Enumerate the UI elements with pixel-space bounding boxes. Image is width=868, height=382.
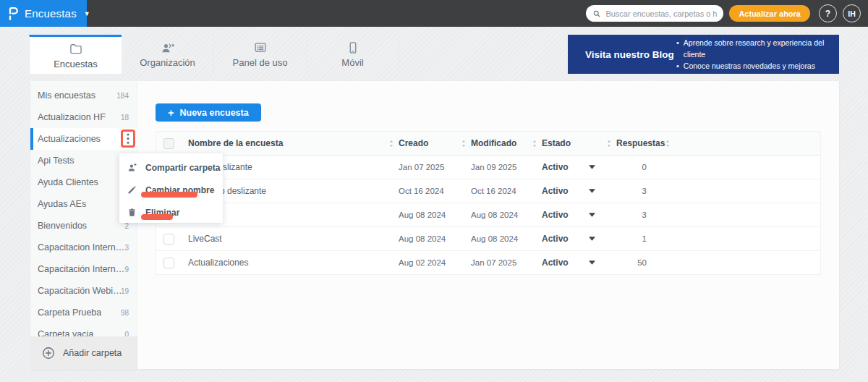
kebab-annotation-box xyxy=(121,130,135,148)
column-header-modificado[interactable]: Modificado xyxy=(471,138,542,148)
new-survey-button[interactable]: + Nueva encuesta xyxy=(156,103,261,122)
created-date: Jan 07 2025 xyxy=(399,163,444,171)
add-folder-label: Añadir carpeta xyxy=(63,348,122,358)
top-bar: Encuestas ▼ Actualizar ahora ? IH xyxy=(0,0,868,27)
tab-organizacion[interactable]: Organización xyxy=(122,35,214,74)
plus-circle-icon xyxy=(41,346,56,360)
modified-date: Aug 08 2024 xyxy=(471,211,518,219)
blog-banner[interactable]: Visita nuestro Blog Aprende sobre resear… xyxy=(568,35,839,74)
created-cell: Aug 02 2024 xyxy=(399,258,471,267)
status-dropdown[interactable]: Activo xyxy=(542,258,595,268)
folder-icon xyxy=(69,42,83,56)
sidebar-item-mis-encuestas[interactable]: Mis encuestas184 xyxy=(30,85,137,106)
sidebar-item-label: Capacitacion Intern… xyxy=(38,242,124,252)
sidebar-item-label: Api Tests xyxy=(38,156,129,166)
sidebar-item-label: Capacitación Intern… xyxy=(38,264,124,274)
add-folder-button[interactable]: Añadir carpeta xyxy=(30,336,137,370)
table-row: slizanteJan 07 2025Jan 09 2025Activo0 xyxy=(156,156,820,179)
created-cell: Oct 16 2024 xyxy=(399,187,471,195)
survey-name[interactable]: slizante xyxy=(223,162,252,172)
banner-bullet: Conoce nuestras novedades y mejoras xyxy=(676,60,833,72)
row-checkbox[interactable] xyxy=(163,234,174,245)
status-label: Activo xyxy=(542,162,569,172)
sidebar-item-count: 184 xyxy=(116,92,129,100)
global-search[interactable] xyxy=(586,5,723,22)
sidebar-item-label: Actualizacion HF xyxy=(38,112,121,122)
tab-encuestas[interactable]: Encuestas xyxy=(29,35,122,74)
created-date: Aug 08 2024 xyxy=(399,211,446,219)
annotation-underline xyxy=(141,214,173,220)
survey-table: Nombre de la encuestaCreadoModificadoEst… xyxy=(156,131,821,275)
table-header: Nombre de la encuestaCreadoModificadoEst… xyxy=(156,132,820,156)
modified-cell: Jan 09 2025 xyxy=(471,163,542,171)
survey-name-cell: LiveCast xyxy=(188,234,399,244)
sidebar-item-actualizaciones[interactable]: Actualizaciones xyxy=(30,128,137,150)
sidebar-item-actualizacion-hf[interactable]: Actualizacion HF18 xyxy=(30,106,137,128)
menu-item-label: Compartir carpeta xyxy=(145,163,220,173)
sidebar-item-label: Capacitación Webi… xyxy=(38,286,121,296)
status-dropdown[interactable]: Activo xyxy=(542,162,595,172)
sidebar-item-count: 9 xyxy=(124,266,129,273)
column-header-estado[interactable]: Estado xyxy=(542,138,616,148)
row-checkbox-cell xyxy=(156,258,188,268)
people-icon xyxy=(161,41,175,55)
column-header-respuestas[interactable]: Respuestas xyxy=(616,138,673,148)
sidebar-item-capacitacion-webi[interactable]: Capacitación Webi…19 xyxy=(30,280,137,302)
help-button[interactable]: ? xyxy=(819,4,837,22)
sort-icon[interactable] xyxy=(388,140,394,148)
status-cell: Activo xyxy=(542,162,616,172)
sort-icon[interactable] xyxy=(461,140,467,148)
sidebar-item-count: 18 xyxy=(121,114,129,122)
sidebar-item-carpeta-vacia[interactable]: Carpeta vacia0 xyxy=(30,323,137,336)
tab-panel-de-uso[interactable]: Panel de uso xyxy=(214,35,307,74)
sidebar-item-capacitacion-intern[interactable]: Capacitación Intern…9 xyxy=(30,258,137,280)
tab-label: Móvil xyxy=(341,57,363,68)
survey-name[interactable]: ro deslizante xyxy=(217,186,266,196)
mobile-icon xyxy=(346,41,360,55)
select-all-checkbox[interactable] xyxy=(163,138,174,149)
sidebar-item-count: 0 xyxy=(124,331,129,337)
menu-item-compartir-carpeta[interactable]: Compartir carpeta xyxy=(119,156,223,179)
responses-count: 50 xyxy=(616,258,673,267)
sidebar-item-label: Ayudas AEs xyxy=(38,199,129,209)
column-header-nombre-de-la-encuesta[interactable]: Nombre de la encuesta xyxy=(188,138,399,148)
module-tabs: EncuestasOrganizaciónPanel de usoMóvil xyxy=(29,35,399,74)
sidebar-item-capacitacion-intern[interactable]: Capacitacion Intern…3 xyxy=(30,237,137,258)
menu-item-eliminar[interactable]: Eliminar xyxy=(119,201,223,224)
modified-date: Jan 09 2025 xyxy=(471,163,516,171)
product-menu[interactable]: Encuestas ▼ xyxy=(0,0,87,27)
trash-icon xyxy=(127,207,137,218)
column-header-label: Modificado xyxy=(471,138,516,148)
sort-icon[interactable] xyxy=(606,140,612,148)
column-header-label: Estado xyxy=(542,138,571,148)
sidebar-item-carpeta-prueba[interactable]: Carpeta Prueba98 xyxy=(30,302,137,323)
kebab-menu-button[interactable] xyxy=(127,133,129,144)
column-header-label: Nombre de la encuesta xyxy=(188,138,283,148)
responses-count: 3 xyxy=(616,211,673,219)
responses-cell: 1 xyxy=(616,234,673,243)
status-cell: Activo xyxy=(542,258,616,268)
table-row: Aug 08 2024Aug 08 2024Activo3 xyxy=(156,203,820,227)
status-cell: Activo xyxy=(542,210,616,220)
responses-count: 1 xyxy=(616,234,673,243)
sort-icon[interactable] xyxy=(665,140,671,148)
caret-down-icon xyxy=(589,189,595,193)
search-input[interactable] xyxy=(605,9,717,18)
caret-down-icon xyxy=(589,237,595,241)
sort-icon[interactable] xyxy=(532,140,537,148)
survey-name[interactable]: LiveCast xyxy=(188,234,222,244)
sidebar-item-label: Mis encuestas xyxy=(38,90,116,101)
avatar[interactable]: IH xyxy=(843,4,861,22)
folder-sidebar: Mis encuestas184Actualizacion HF18Actual… xyxy=(30,81,137,370)
status-dropdown[interactable]: Activo xyxy=(542,234,595,244)
status-dropdown[interactable]: Activo xyxy=(542,210,595,220)
survey-name[interactable]: Actualizaciones xyxy=(188,258,248,268)
row-checkbox[interactable] xyxy=(163,258,174,268)
pencil-icon xyxy=(127,184,137,195)
status-dropdown[interactable]: Activo xyxy=(542,186,595,196)
tab-movil[interactable]: Móvil xyxy=(307,35,399,74)
update-now-button[interactable]: Actualizar ahora xyxy=(729,5,810,22)
responses-cell: 50 xyxy=(616,258,673,267)
column-header-creado[interactable]: Creado xyxy=(399,138,471,148)
menu-item-cambiar-nombre[interactable]: Cambiar nombre xyxy=(119,179,223,201)
